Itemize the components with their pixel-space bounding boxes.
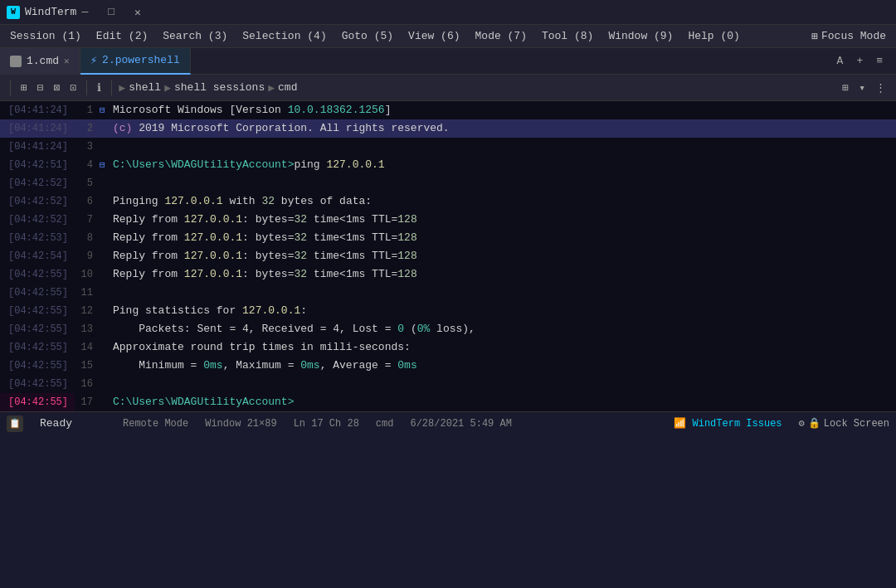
toolbar: ⊞ ⊟ ⊠ ⊡ ℹ ▶ shell ▶ shell sessions ▶ cmd… (0, 75, 896, 101)
statusbar-issues-link[interactable]: 📶 WindTerm Issues (674, 417, 782, 430)
focus-mode-button[interactable]: ⊞ Focus Mode (805, 28, 893, 45)
toolbar-split-r[interactable]: ⊡ (66, 80, 80, 96)
toolbar-split-h[interactable]: ⊟ (34, 80, 47, 96)
line-number: 14 (75, 338, 100, 357)
line-timestamp: [04:42:53] (0, 229, 75, 247)
menu-edit[interactable]: Edit (2) (90, 28, 154, 44)
maximize-button[interactable]: □ (103, 4, 119, 21)
statusbar-window-size: Window 21×89 (205, 418, 276, 430)
menu-window[interactable]: Window (9) (601, 28, 679, 44)
statusbar-icon[interactable]: 📋 (7, 415, 23, 432)
table-row: [04:42:52] 5 (0, 174, 896, 192)
new-tab-button[interactable]: + (853, 53, 866, 69)
line-timestamp: [04:42:55] (0, 357, 75, 375)
table-row: [04:42:55] 17 C:\Users\WDAGUtilityAccoun… (0, 393, 896, 411)
table-row: [04:42:55] 13 Packets: Sent = 4, Receive… (0, 320, 896, 338)
line-content: Microsoft Windows [Version 10.0.18362.12… (111, 101, 896, 119)
line-number: 9 (75, 247, 100, 265)
menu-view[interactable]: View (6) (402, 28, 466, 44)
toolbar-split-v[interactable]: ⊠ (51, 80, 64, 96)
breadcrumb: ▶ shell ▶ shell sessions ▶ cmd (119, 81, 835, 95)
line-number: 12 (75, 302, 100, 320)
breadcrumb-cmd[interactable]: cmd (278, 81, 297, 94)
line-number: 10 (75, 265, 100, 284)
breadcrumb-arrow: ▶ (119, 81, 125, 95)
line-content: C:\Users\WDAGUtilityAccount> (111, 393, 896, 411)
tab-powershell[interactable]: ⚡ 2.powershell (80, 48, 191, 75)
line-timestamp: [04:42:55] (0, 302, 75, 320)
toolbar-expand-button[interactable]: ⊞ (839, 80, 852, 96)
line-timestamp: [04:42:55] (0, 375, 75, 393)
line-timestamp: [04:42:54] (0, 247, 75, 265)
breadcrumb-shell[interactable]: shell (129, 81, 161, 94)
titlebar-controls: — □ ✕ (76, 4, 145, 21)
toolbar-separator-3 (111, 80, 112, 95)
menubar: Session (1) Edit (2) Search (3) Selectio… (0, 25, 896, 48)
breadcrumb-shell-sessions[interactable]: shell sessions (174, 81, 265, 94)
line-content: C:\Users\WDAGUtilityAccount>ping 127.0.0… (111, 156, 896, 174)
close-button[interactable]: ✕ (129, 4, 146, 21)
breadcrumb-sep-1: ▶ (164, 81, 171, 95)
tab-cmd-close[interactable]: ✕ (64, 56, 70, 66)
menu-mode[interactable]: Mode (7) (469, 28, 533, 44)
terminal[interactable]: [04:41:24] 1 ⊟ Microsoft Windows [Versio… (0, 101, 896, 411)
toolbar-right: ⊞ ▾ ⋮ (839, 80, 889, 96)
line-content: Reply from 127.0.0.1: bytes=32 time<1ms … (111, 265, 896, 284)
statusbar-position: Ln 17 Ch 28 (294, 418, 359, 430)
wifi-icon: 📶 (674, 418, 686, 430)
line-content: Minimum = 0ms, Maximum = 0ms, Average = … (111, 357, 896, 375)
line-number: 15 (75, 357, 100, 375)
table-row: [04:42:54] 9 Reply from 127.0.0.1: bytes… (0, 247, 896, 265)
focus-mode-icon: ⊞ (811, 30, 818, 43)
minimize-button[interactable]: — (76, 4, 93, 21)
toolbar-collapse-button[interactable]: ▾ (855, 80, 869, 96)
line-number: 6 (75, 192, 100, 211)
menu-session[interactable]: Session (1) (3, 28, 88, 44)
statusbar-shell: cmd (376, 418, 394, 430)
menu-selection[interactable]: Selection (4) (236, 28, 333, 44)
app-icon-text: W (11, 7, 16, 17)
menu-goto[interactable]: Goto (5) (335, 28, 400, 44)
toolbar-info-button[interactable]: ℹ (94, 80, 105, 96)
table-row: [04:42:55] 12 Ping statistics for 127.0.… (0, 302, 896, 320)
toolbar-more-button[interactable]: ⋮ (872, 80, 889, 96)
line-number: 8 (75, 229, 100, 247)
line-content: Approximate round trip times in milli-se… (111, 338, 896, 357)
breadcrumb-sep-2: ▶ (268, 81, 275, 95)
tab-actions: A + ≡ (834, 53, 896, 69)
terminal-content: [04:41:24] 1 ⊟ Microsoft Windows [Versio… (0, 101, 896, 411)
tab-menu-button[interactable]: ≡ (873, 53, 886, 69)
table-row: [04:41:24] 2 (c) 2019 Microsoft Corporat… (0, 119, 896, 138)
lock-icon: 🔒 (808, 417, 821, 430)
line-number: 5 (75, 174, 100, 192)
line-number: 1 (75, 101, 100, 119)
menu-search[interactable]: Search (3) (156, 28, 234, 44)
line-marker: ⊟ (100, 156, 111, 174)
table-row: [04:42:55] 16 (0, 375, 896, 393)
line-number: 16 (75, 375, 100, 393)
statusbar-lock[interactable]: ⚙ 🔒 Lock Screen (799, 417, 889, 430)
line-timestamp: [04:42:51] (0, 156, 75, 174)
cmd-icon (10, 56, 22, 67)
line-marker: ⊟ (100, 101, 111, 119)
table-row: [04:42:55] 10 Reply from 127.0.0.1: byte… (0, 265, 896, 284)
line-number: 2 (75, 119, 100, 138)
menu-help[interactable]: Help (0) (681, 28, 746, 44)
powershell-icon: ⚡ (90, 53, 97, 67)
line-timestamp: [04:42:52] (0, 174, 75, 192)
tab-cmd[interactable]: 1.cmd ✕ (0, 48, 80, 75)
menu-tool[interactable]: Tool (8) (535, 28, 600, 44)
issues-label[interactable]: WindTerm Issues (693, 418, 782, 430)
font-size-button[interactable]: A (834, 53, 847, 69)
line-content: (c) 2019 Microsoft Corporation. All righ… (111, 119, 896, 138)
line-timestamp: [04:41:24] (0, 101, 75, 119)
line-number: 17 (75, 393, 100, 411)
toolbar-new-button[interactable]: ⊞ (17, 80, 31, 96)
line-timestamp: [04:42:55] (0, 338, 75, 357)
line-number: 3 (75, 138, 100, 156)
table-row: [04:42:52] 6 Pinging 127.0.0.1 with 32 b… (0, 192, 896, 211)
statusbar-remote-mode: Remote Mode (123, 418, 188, 430)
settings-icon: ⚙ (799, 417, 805, 430)
line-timestamp: [04:42:55] (0, 320, 75, 338)
table-row: [04:42:51] 4 ⊟ C:\Users\WDAGUtilityAccou… (0, 156, 896, 174)
